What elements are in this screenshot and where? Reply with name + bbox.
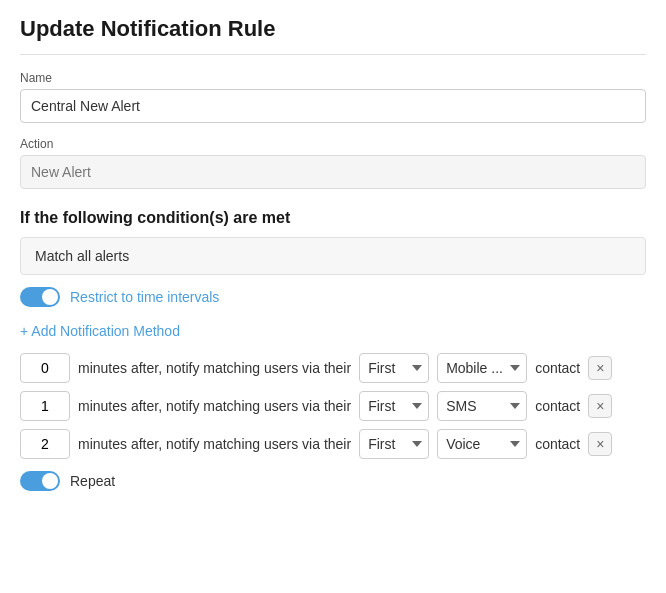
order-select[interactable]: FirstSecondThirdLast [359,353,429,383]
name-field-group: Name [20,71,646,123]
order-select[interactable]: FirstSecondThirdLast [359,429,429,459]
contact-text: contact [535,360,580,376]
type-select[interactable]: VoiceMobile ...SMSEmail [437,429,527,459]
name-input[interactable] [20,89,646,123]
remove-button[interactable]: × [588,356,612,380]
type-select[interactable]: Mobile ...SMSVoiceEmail [437,353,527,383]
repeat-row: Repeat [20,471,646,491]
name-label: Name [20,71,646,85]
minutes-input[interactable] [20,391,70,421]
notif-mid-text: minutes after, notify matching users via… [78,360,351,376]
notif-mid-text: minutes after, notify matching users via… [78,398,351,414]
minutes-input[interactable] [20,429,70,459]
toggle-track [20,287,60,307]
time-intervals-row: Restrict to time intervals [20,287,646,307]
time-intervals-toggle[interactable] [20,287,60,307]
remove-button[interactable]: × [588,394,612,418]
add-notification-method-button[interactable]: + Add Notification Method [20,323,180,339]
repeat-label: Repeat [70,473,115,489]
action-input[interactable] [20,155,646,189]
notification-rows: minutes after, notify matching users via… [20,353,646,459]
contact-text: contact [535,436,580,452]
condition-box: Match all alerts [20,237,646,275]
toggle-thumb [42,289,58,305]
repeat-toggle-thumb [42,473,58,489]
page-title: Update Notification Rule [20,16,646,55]
type-select[interactable]: SMSMobile ...VoiceEmail [437,391,527,421]
notification-row: minutes after, notify matching users via… [20,391,646,421]
remove-button[interactable]: × [588,432,612,456]
repeat-toggle[interactable] [20,471,60,491]
time-intervals-label: Restrict to time intervals [70,289,219,305]
conditions-title: If the following condition(s) are met [20,209,646,227]
notification-row: minutes after, notify matching users via… [20,353,646,383]
notification-row: minutes after, notify matching users via… [20,429,646,459]
repeat-toggle-track [20,471,60,491]
minutes-input[interactable] [20,353,70,383]
action-label: Action [20,137,646,151]
action-field-group: Action [20,137,646,189]
order-select[interactable]: FirstSecondThirdLast [359,391,429,421]
notif-mid-text: minutes after, notify matching users via… [78,436,351,452]
contact-text: contact [535,398,580,414]
